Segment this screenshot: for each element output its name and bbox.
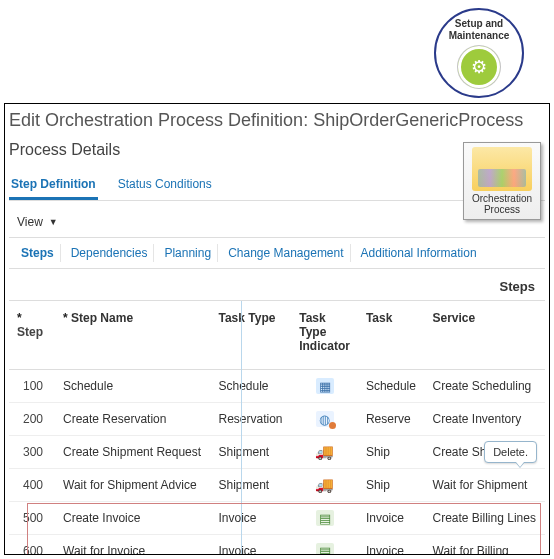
cell-step-name: Create Invoice [55, 502, 210, 535]
tab-status-conditions[interactable]: Status Conditions [116, 171, 214, 200]
gears-icon: ⚙ [471, 56, 487, 78]
cell-step: 500 [9, 502, 55, 535]
truck-icon: 🚚 [316, 477, 334, 493]
delete-callout-label: Delete. [493, 446, 528, 458]
cell-step: 400 [9, 469, 55, 502]
cell-task-type: Schedule [210, 370, 291, 403]
cell-task-type: Reservation [210, 403, 291, 436]
cell-task: Ship [358, 469, 425, 502]
cell-step: 200 [9, 403, 55, 436]
tab-change-management[interactable]: Change Management [222, 244, 350, 262]
table-row[interactable]: 300Create Shipment RequestShipment🚚ShipC… [9, 436, 545, 469]
setup-badge-label: Setup and Maintenance [436, 18, 522, 42]
grid-subtitle: Steps [9, 269, 545, 300]
table-row[interactable]: 100ScheduleSchedule▦ScheduleCreate Sched… [9, 370, 545, 403]
col-task[interactable]: Task [358, 301, 425, 370]
tab-planning[interactable]: Planning [158, 244, 218, 262]
cell-task: Reserve [358, 403, 425, 436]
col-step[interactable]: * Step [9, 301, 55, 370]
cell-step-name: Schedule [55, 370, 210, 403]
col-task-type[interactable]: Task Type [210, 301, 291, 370]
orchestration-label: Orchestration Process [472, 193, 532, 215]
table-row[interactable]: 500Create InvoiceInvoice▤InvoiceCreate B… [9, 502, 545, 535]
col-service[interactable]: Service [425, 301, 546, 370]
table-row[interactable]: 600Wait for InvoiceInvoice▤InvoiceWait f… [9, 535, 545, 556]
table-header-row: * Step * Step Name Task Type Task Type I… [9, 301, 545, 370]
grid-wrap: * Step * Step Name Task Type Task Type I… [9, 300, 545, 555]
cell-service: Wait for Shipment [425, 469, 546, 502]
col-task-type-indicator[interactable]: Task Type Indicator [291, 301, 358, 370]
cell-indicator: 🚚 [291, 469, 358, 502]
cell-task: Schedule [358, 370, 425, 403]
cell-task-type: Invoice [210, 502, 291, 535]
cell-indicator: 🚚 [291, 436, 358, 469]
orchestration-icon [472, 147, 532, 191]
steps-table: * Step * Step Name Task Type Task Type I… [9, 301, 545, 555]
cell-service: Wait for Billing [425, 535, 546, 556]
content-frame: Edit Orchestration Process Definition: S… [4, 103, 550, 555]
view-label: View [17, 215, 43, 229]
table-row[interactable]: 400Wait for Shipment AdviceShipment🚚Ship… [9, 469, 545, 502]
column-divider [241, 301, 242, 555]
delete-callout: Delete. [484, 441, 537, 463]
setup-maintenance-badge[interactable]: Setup and Maintenance ⚙ [434, 8, 524, 98]
cell-task-type: Shipment [210, 469, 291, 502]
cell-service: Create Scheduling [425, 370, 546, 403]
chevron-down-icon: ▼ [49, 217, 58, 227]
col-step-name[interactable]: * Step Name [55, 301, 210, 370]
cell-step: 300 [9, 436, 55, 469]
cell-step: 600 [9, 535, 55, 556]
secondary-tabs: Steps Dependencies Planning Change Manag… [9, 237, 545, 269]
page-title: Edit Orchestration Process Definition: S… [9, 110, 545, 131]
invoice-icon: ▤ [316, 510, 334, 526]
reserve-icon: ◍ [316, 411, 334, 427]
cell-indicator: ▤ [291, 535, 358, 556]
cell-step-name: Create Reservation [55, 403, 210, 436]
cell-step-name: Create Shipment Request [55, 436, 210, 469]
invoice-icon: ▤ [316, 543, 334, 555]
orchestration-process-button[interactable]: Orchestration Process [463, 142, 541, 220]
cell-indicator: ◍ [291, 403, 358, 436]
tab-additional-information[interactable]: Additional Information [355, 244, 483, 262]
cell-indicator: ▤ [291, 502, 358, 535]
cell-task: Ship [358, 436, 425, 469]
cell-service: Create Inventory [425, 403, 546, 436]
tab-steps[interactable]: Steps [15, 244, 61, 262]
setup-badge-circle: ⚙ [458, 46, 500, 88]
cell-step-name: Wait for Shipment Advice [55, 469, 210, 502]
table-row[interactable]: 200Create ReservationReservation◍Reserve… [9, 403, 545, 436]
cell-service: Create Billing Lines [425, 502, 546, 535]
cell-task-type: Shipment [210, 436, 291, 469]
schedule-icon: ▦ [316, 378, 334, 394]
truck-icon: 🚚 [316, 444, 334, 460]
tab-dependencies[interactable]: Dependencies [65, 244, 155, 262]
cell-indicator: ▦ [291, 370, 358, 403]
cell-step-name: Wait for Invoice [55, 535, 210, 556]
cell-task-type: Invoice [210, 535, 291, 556]
cell-task: Invoice [358, 502, 425, 535]
cell-step: 100 [9, 370, 55, 403]
cell-task: Invoice [358, 535, 425, 556]
tab-step-definition[interactable]: Step Definition [9, 171, 98, 200]
